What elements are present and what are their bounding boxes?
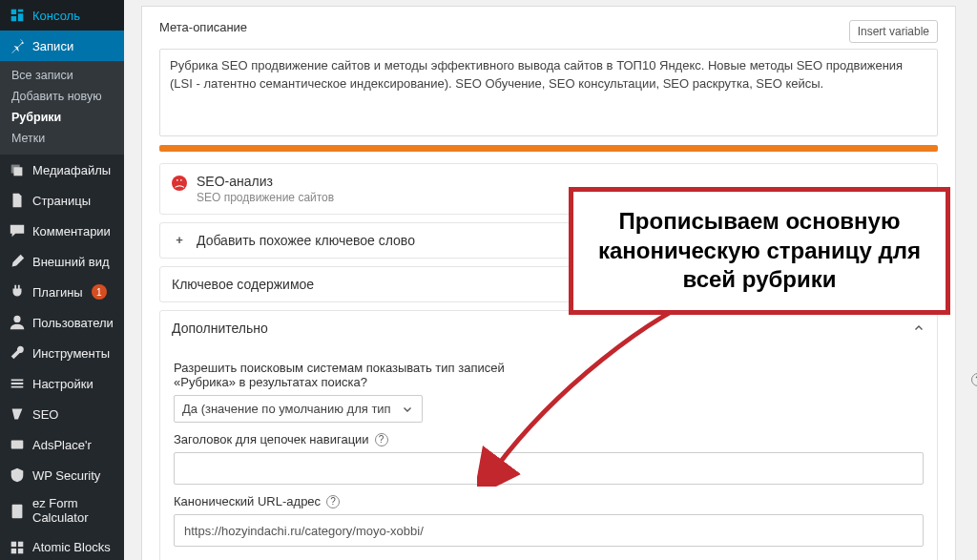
meta-desc-textarea[interactable] [159, 49, 938, 136]
accordion-title: Добавить похожее ключевое слово [197, 233, 415, 248]
sidebar-label: AdsPlace'r [32, 438, 92, 452]
accordion-advanced-toggle[interactable]: Дополнительно [160, 311, 937, 345]
sidebar-label: Консоль [32, 9, 80, 23]
sidebar-sub-tags[interactable]: Метки [0, 128, 124, 149]
svg-rect-1 [11, 441, 24, 449]
help-icon[interactable]: ? [326, 495, 340, 508]
comment-icon [9, 222, 26, 239]
sidebar-item-settings[interactable]: Настройки [0, 368, 124, 399]
sidebar-label: Комментарии [32, 224, 111, 239]
yoast-icon [9, 405, 26, 423]
media-icon [9, 161, 26, 178]
sidebar-item-console[interactable]: Консоль [0, 0, 124, 31]
sidebar-label: WP Security [32, 468, 100, 483]
sidebar-item-wpsecurity[interactable]: WP Security [0, 460, 124, 490]
sidebar-label: ez Form Calculator [32, 497, 116, 526]
sidebar-label: Пользователи [32, 316, 114, 330]
sidebar-label: Страницы [32, 194, 91, 208]
accordion-title: Дополнительно [172, 321, 268, 336]
sidebar-item-users[interactable]: Пользователи [0, 307, 124, 338]
admin-sidebar: Консоль Записи Все записи Добавить новую… [0, 0, 124, 560]
breadcrumb-input[interactable] [174, 452, 924, 485]
sidebar-label: Atomic Blocks [32, 540, 111, 554]
field-label-canonical: Канонический URL-адрес [174, 494, 321, 508]
field-label-noindex: Разрешить поисковым системам показывать … [174, 361, 536, 389]
sidebar-label: Плагины [32, 285, 83, 300]
sidebar-item-media[interactable]: Медиафайлы [0, 155, 124, 185]
sidebar-label: Настройки [32, 377, 94, 391]
svg-point-0 [13, 316, 20, 322]
svg-rect-6 [18, 549, 23, 553]
meta-desc-label: Мета-описание [159, 20, 247, 34]
sidebar-sub-all-posts[interactable]: Все записи [0, 65, 124, 86]
plug-icon [9, 283, 26, 301]
svg-rect-2 [12, 505, 23, 518]
sidebar-item-pages[interactable]: Страницы [0, 185, 124, 216]
sidebar-label: Записи [32, 39, 73, 53]
insert-variable-button[interactable]: Insert variable [849, 20, 938, 43]
accordion-title: Ключевое содержимое [172, 277, 314, 292]
noindex-select[interactable]: Да (значение по умолчанию для тип [174, 395, 423, 423]
svg-rect-3 [11, 542, 16, 547]
sidebar-item-ezform[interactable]: ez Form Calculator [0, 490, 124, 532]
meta-desc-length-bar [159, 145, 938, 152]
sidebar-sub-add-new[interactable]: Добавить новую [0, 86, 124, 107]
main-content: Мета-описание Insert variable SEO-анализ… [124, 0, 977, 560]
page-icon [9, 192, 26, 209]
sidebar-item-tools[interactable]: Инструменты [0, 338, 124, 368]
calculator-icon [9, 503, 26, 520]
plus-icon: + [172, 233, 187, 247]
sidebar-item-atomicblocks[interactable]: Atomic Blocks [0, 532, 124, 560]
blocks-icon [9, 539, 26, 556]
select-value: Да (значение по умолчанию для тип [182, 402, 391, 416]
shield-icon [9, 467, 26, 484]
chevron-up-icon [912, 321, 925, 335]
annotation-callout: Прописываем основную каноническую страни… [569, 187, 950, 315]
pin-icon [9, 37, 26, 54]
accordion-title: SEO-анализ [197, 174, 334, 189]
sad-face-icon [172, 176, 187, 191]
sidebar-item-plugins[interactable]: Плагины 1 [0, 277, 124, 307]
canonical-url-input[interactable] [174, 514, 924, 547]
chevron-down-icon [401, 403, 414, 416]
brush-icon [9, 253, 26, 270]
sidebar-label: Внешний вид [32, 255, 110, 269]
sidebar-label: SEO [32, 407, 58, 422]
field-label-breadcrumb: Заголовок для цепочек навигации [174, 432, 369, 446]
sidebar-item-adsplacer[interactable]: AdsPlace'r [0, 429, 124, 460]
sidebar-item-comments[interactable]: Комментарии [0, 216, 124, 246]
plugins-update-badge: 1 [92, 284, 107, 300]
user-icon [9, 314, 26, 331]
sidebar-sub-categories[interactable]: Рубрики [0, 107, 124, 128]
accordion-advanced: Дополнительно Разрешить поисковым систем… [159, 310, 938, 560]
sidebar-label: Медиафайлы [32, 163, 111, 177]
svg-rect-5 [11, 549, 16, 553]
accordion-subtitle: SEO продвижение сайтов [197, 191, 334, 204]
svg-rect-4 [18, 542, 23, 547]
help-icon[interactable]: ? [375, 433, 388, 446]
sidebar-item-appearance[interactable]: Внешний вид [0, 246, 124, 277]
dashboard-icon [9, 7, 26, 24]
sidebar-label: Инструменты [32, 346, 110, 361]
sidebar-posts-submenu: Все записи Добавить новую Рубрики Метки [0, 61, 124, 155]
sidebar-item-posts[interactable]: Записи [0, 31, 124, 61]
wrench-icon [9, 344, 26, 362]
ads-icon [9, 436, 26, 453]
help-icon[interactable]: ? [971, 373, 977, 386]
sidebar-item-seo[interactable]: SEO [0, 399, 124, 429]
sliders-icon [9, 375, 26, 392]
